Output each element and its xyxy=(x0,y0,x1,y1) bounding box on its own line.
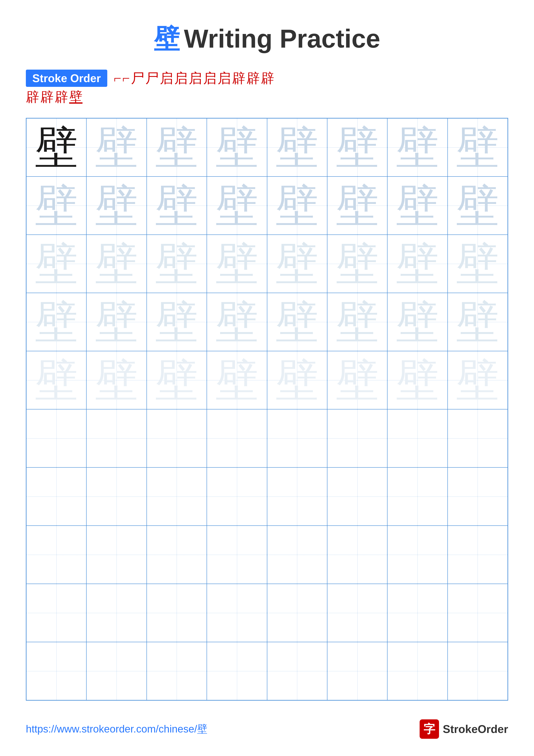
grid-cell[interactable] xyxy=(267,526,327,584)
grid-cell[interactable]: 壁 xyxy=(87,118,146,176)
grid-cell[interactable]: 壁 xyxy=(327,176,387,235)
grid-cell[interactable] xyxy=(447,526,508,584)
grid-cell[interactable]: 壁 xyxy=(26,235,87,293)
grid-cell-char: 壁 xyxy=(396,184,439,227)
grid-cell[interactable] xyxy=(87,526,146,584)
grid-cell[interactable] xyxy=(267,409,327,468)
grid-cell[interactable]: 壁 xyxy=(147,235,207,293)
grid-cell[interactable] xyxy=(26,584,87,642)
grid-cell[interactable]: 壁 xyxy=(26,293,87,351)
grid-cell[interactable] xyxy=(147,642,207,700)
grid-cell[interactable] xyxy=(87,468,146,526)
grid-cell[interactable]: 壁 xyxy=(447,176,508,235)
grid-cell[interactable]: 壁 xyxy=(207,351,267,409)
grid-cell[interactable]: 壁 xyxy=(207,293,267,351)
grid-cell[interactable]: 壁 xyxy=(267,176,327,235)
grid-cell[interactable] xyxy=(87,584,146,642)
footer-url[interactable]: https://www.strokeorder.com/chinese/壁 xyxy=(26,722,207,736)
grid-cell-char: 壁 xyxy=(35,359,78,402)
grid-cell[interactable]: 壁 xyxy=(387,118,447,176)
grid-cell[interactable]: 壁 xyxy=(447,293,508,351)
grid-cell-char: 壁 xyxy=(396,300,439,343)
grid-cell[interactable]: 壁 xyxy=(26,176,87,235)
grid-cell[interactable] xyxy=(387,409,447,468)
grid-cell[interactable] xyxy=(26,642,87,700)
grid-cell[interactable]: 壁 xyxy=(387,293,447,351)
grid-cell[interactable]: 壁 xyxy=(87,351,146,409)
grid-cell-char: 壁 xyxy=(275,300,318,343)
grid-cell[interactable] xyxy=(447,642,508,700)
grid-cell[interactable]: 壁 xyxy=(327,351,387,409)
grid-cell[interactable]: 壁 xyxy=(447,118,508,176)
grid-cell-char: 壁 xyxy=(35,300,78,343)
grid-cell[interactable] xyxy=(387,468,447,526)
grid-cell[interactable] xyxy=(267,584,327,642)
grid-cell[interactable] xyxy=(447,468,508,526)
footer-logo: 字 StrokeOrder xyxy=(420,719,508,739)
stroke-char-14: 辟 xyxy=(40,89,54,105)
grid-cell[interactable] xyxy=(207,468,267,526)
grid-cell[interactable] xyxy=(267,642,327,700)
grid-cell[interactable] xyxy=(147,584,207,642)
grid-cell[interactable] xyxy=(147,468,207,526)
grid-cell[interactable]: 壁 xyxy=(267,235,327,293)
grid-cell[interactable] xyxy=(26,526,87,584)
grid-cell[interactable]: 壁 xyxy=(267,351,327,409)
grid-cell[interactable] xyxy=(327,526,387,584)
grid-cell-char: 壁 xyxy=(396,359,439,402)
grid-cell[interactable] xyxy=(207,409,267,468)
grid-cell[interactable] xyxy=(147,409,207,468)
stroke-char-8: 启 xyxy=(203,70,216,86)
grid-cell[interactable] xyxy=(327,642,387,700)
grid-cell[interactable]: 壁 xyxy=(26,118,87,176)
grid-cell[interactable] xyxy=(267,468,327,526)
grid-cell-char: 壁 xyxy=(336,300,379,343)
grid-cell-char: 壁 xyxy=(456,126,499,169)
grid-cell[interactable]: 壁 xyxy=(327,118,387,176)
grid-cell[interactable]: 壁 xyxy=(387,235,447,293)
grid-cell[interactable] xyxy=(87,642,146,700)
grid-cell[interactable] xyxy=(26,409,87,468)
grid-cell[interactable] xyxy=(327,584,387,642)
grid-cell[interactable] xyxy=(327,468,387,526)
logo-icon: 字 xyxy=(420,719,439,739)
grid-cell-char: 壁 xyxy=(216,242,259,285)
grid-cell[interactable]: 壁 xyxy=(207,118,267,176)
grid-cell[interactable] xyxy=(207,584,267,642)
grid-cell[interactable]: 壁 xyxy=(147,118,207,176)
grid-cell[interactable] xyxy=(327,409,387,468)
grid-cell[interactable]: 壁 xyxy=(267,118,327,176)
grid-cell[interactable] xyxy=(387,584,447,642)
stroke-char-11: 辟 xyxy=(246,70,260,86)
grid-cell[interactable]: 壁 xyxy=(327,235,387,293)
grid-cell[interactable]: 壁 xyxy=(87,293,146,351)
grid-cell[interactable]: 壁 xyxy=(87,176,146,235)
grid-cell[interactable]: 壁 xyxy=(147,176,207,235)
grid-cell[interactable]: 壁 xyxy=(26,351,87,409)
grid-cell[interactable] xyxy=(207,642,267,700)
grid-cell[interactable]: 壁 xyxy=(207,235,267,293)
grid-cell[interactable] xyxy=(26,468,87,526)
grid-cell[interactable] xyxy=(87,409,146,468)
stroke-char-13: 辟 xyxy=(26,89,39,105)
grid-cell-char: 壁 xyxy=(216,126,259,169)
grid-cell-char: 壁 xyxy=(396,242,439,285)
grid-cell[interactable] xyxy=(387,526,447,584)
grid-cell[interactable] xyxy=(147,526,207,584)
grid-cell-char: 壁 xyxy=(216,184,259,227)
grid-cell[interactable]: 壁 xyxy=(207,176,267,235)
grid-cell[interactable]: 壁 xyxy=(447,235,508,293)
grid-cell[interactable] xyxy=(447,584,508,642)
grid-cell[interactable] xyxy=(207,526,267,584)
grid-cell[interactable]: 壁 xyxy=(387,176,447,235)
grid-cell[interactable]: 壁 xyxy=(447,351,508,409)
grid-cell[interactable] xyxy=(447,409,508,468)
grid-cell[interactable]: 壁 xyxy=(387,351,447,409)
grid-cell[interactable]: 壁 xyxy=(267,293,327,351)
grid-cell[interactable]: 壁 xyxy=(147,293,207,351)
stroke-order-section: Stroke Order ⌐ ⌐ 尸 尸 启 启 启 启 启 辟 辟 辟 辟 辟… xyxy=(0,69,534,105)
grid-cell[interactable] xyxy=(387,642,447,700)
grid-cell[interactable]: 壁 xyxy=(327,293,387,351)
grid-cell[interactable]: 壁 xyxy=(147,351,207,409)
grid-cell[interactable]: 壁 xyxy=(87,235,146,293)
